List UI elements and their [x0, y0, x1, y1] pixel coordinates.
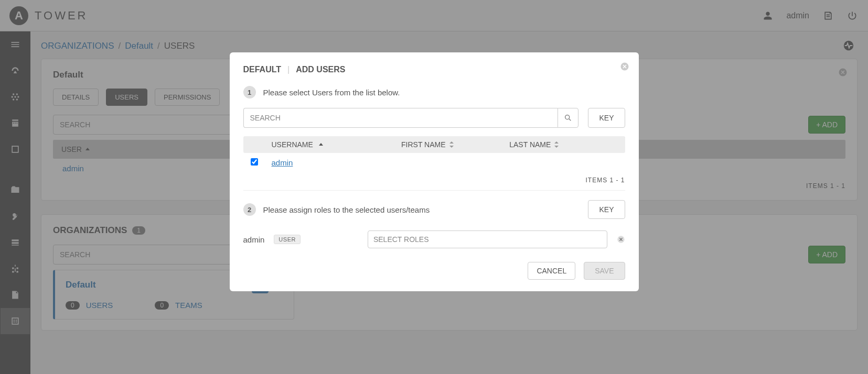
- divider: [243, 190, 625, 191]
- key-button[interactable]: KEY: [588, 108, 625, 128]
- modal-title-right: ADD USERS: [296, 65, 345, 74]
- user-badge: USER: [274, 235, 301, 244]
- modal-title-left: DEFAULT: [243, 65, 282, 74]
- column-lastname[interactable]: LAST NAME: [509, 140, 617, 149]
- modal-overlay: DEFAULT | ADD USERS 1 Please select User…: [0, 0, 868, 374]
- select-roles-input[interactable]: [368, 230, 607, 248]
- cancel-button[interactable]: CANCEL: [528, 262, 575, 280]
- modal-table-header: USERNAME FIRST NAME LAST NAME: [243, 136, 625, 153]
- step-2-num: 2: [243, 203, 256, 216]
- modal-items-count: ITEMS 1 - 1: [243, 177, 625, 184]
- svg-point-12: [565, 115, 570, 119]
- assign-username: admin: [243, 235, 265, 244]
- modal-search-input[interactable]: [243, 108, 558, 128]
- close-icon[interactable]: [620, 62, 629, 71]
- add-users-modal: DEFAULT | ADD USERS 1 Please select User…: [230, 52, 639, 291]
- sort-icon: [449, 141, 454, 148]
- user-link[interactable]: admin: [272, 158, 293, 167]
- save-button[interactable]: SAVE: [584, 262, 625, 280]
- key-button[interactable]: KEY: [588, 200, 625, 219]
- column-firstname[interactable]: FIRST NAME: [401, 140, 509, 149]
- search-button[interactable]: [558, 108, 578, 128]
- step-1-text: Please select Users from the list below.: [263, 88, 400, 97]
- sort-asc-icon: [318, 142, 324, 147]
- modal-user-row: admin: [243, 153, 625, 172]
- step-2-text: Please assign roles to the selected user…: [263, 205, 430, 214]
- remove-icon[interactable]: [617, 235, 625, 244]
- column-username[interactable]: USERNAME: [272, 140, 402, 149]
- step-1-num: 1: [243, 86, 256, 98]
- step-1: 1 Please select Users from the list belo…: [243, 86, 625, 98]
- assign-row: admin USER: [243, 230, 625, 248]
- sort-icon: [554, 141, 559, 148]
- user-checkbox[interactable]: [251, 158, 258, 166]
- modal-title: DEFAULT | ADD USERS: [243, 65, 625, 74]
